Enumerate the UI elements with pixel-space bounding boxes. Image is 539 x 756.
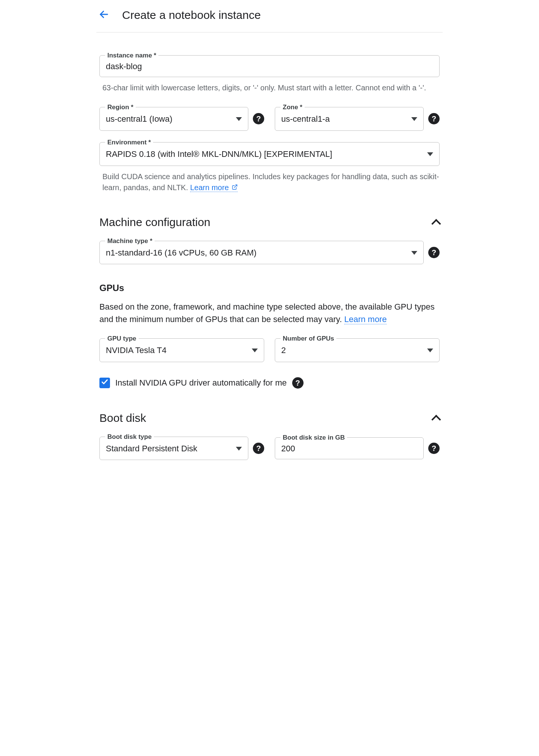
page-title: Create a notebook instance bbox=[122, 7, 261, 23]
machine-configuration-title: Machine configuration bbox=[99, 214, 211, 230]
environment-value: RAPIDS 0.18 (with Intel® MKL-DNN/MKL) [E… bbox=[106, 149, 424, 160]
region-help-icon[interactable]: ? bbox=[253, 113, 264, 124]
boot-disk-title: Boot disk bbox=[99, 410, 146, 426]
num-gpus-field-wrap: Number of GPUs 2 bbox=[275, 338, 440, 362]
chevron-down-icon bbox=[236, 117, 242, 121]
machine-type-value: n1-standard-16 (16 vCPUs, 60 GB RAM) bbox=[106, 247, 408, 259]
zone-value: us-central1-a bbox=[281, 113, 408, 125]
boot-disk-size-input[interactable] bbox=[281, 444, 417, 454]
gpus-title: GPUs bbox=[99, 282, 440, 294]
machine-configuration-header[interactable]: Machine configuration bbox=[99, 214, 440, 230]
install-driver-help-icon[interactable]: ? bbox=[292, 377, 304, 389]
zone-label: Zone * bbox=[280, 103, 305, 112]
boot-disk-type-select[interactable]: Boot disk type Standard Persistent Disk bbox=[99, 437, 248, 460]
boot-disk-size-field[interactable]: Boot disk size in GB bbox=[275, 437, 424, 459]
check-icon bbox=[101, 377, 108, 389]
gpus-description: Based on the zone, framework, and machin… bbox=[99, 301, 440, 325]
page-header: Create a notebook instance bbox=[96, 0, 443, 33]
num-gpus-label: Number of GPUs bbox=[280, 334, 336, 343]
boot-disk-size-field-wrap: Boot disk size in GB ? bbox=[275, 437, 440, 460]
environment-helper-text: Build CUDA science and analytics pipelin… bbox=[102, 172, 439, 192]
instance-name-label: Instance name * bbox=[105, 51, 158, 60]
machine-type-select[interactable]: Machine type * n1-standard-16 (16 vCPUs,… bbox=[99, 241, 424, 265]
svg-line-1 bbox=[234, 185, 237, 187]
boot-disk-type-value: Standard Persistent Disk bbox=[106, 443, 233, 455]
zone-field-wrap: Zone * us-central1-a ? bbox=[275, 107, 440, 131]
boot-disk-type-label: Boot disk type bbox=[105, 432, 154, 442]
instance-name-field-wrap: Instance name * bbox=[99, 55, 440, 77]
back-button[interactable] bbox=[96, 7, 112, 23]
boot-disk-header[interactable]: Boot disk bbox=[99, 410, 440, 426]
install-driver-label: Install NVIDIA GPU driver automatically … bbox=[115, 377, 287, 389]
environment-select[interactable]: Environment * RAPIDS 0.18 (with Intel® M… bbox=[99, 142, 440, 166]
instance-name-helper: 63-char limit with lowercase letters, di… bbox=[102, 82, 440, 93]
chevron-down-icon bbox=[252, 349, 258, 352]
chevron-down-icon bbox=[411, 117, 417, 121]
instance-name-field[interactable]: Instance name * bbox=[99, 55, 440, 77]
environment-label: Environment * bbox=[105, 138, 153, 147]
region-value: us-central1 (Iowa) bbox=[106, 113, 233, 125]
machine-type-help-icon[interactable]: ? bbox=[428, 247, 440, 258]
chevron-down-icon bbox=[427, 152, 433, 156]
gpu-type-label: GPU type bbox=[105, 334, 139, 343]
boot-disk-type-help-icon[interactable]: ? bbox=[253, 443, 264, 454]
machine-type-field-wrap: Machine type * n1-standard-16 (16 vCPUs,… bbox=[99, 241, 440, 265]
chevron-up-icon bbox=[431, 415, 441, 424]
zone-help-icon[interactable]: ? bbox=[428, 113, 440, 124]
external-link-icon bbox=[231, 183, 238, 192]
install-driver-row: Install NVIDIA GPU driver automatically … bbox=[99, 377, 440, 389]
arrow-left-icon bbox=[99, 9, 109, 21]
region-label: Region * bbox=[105, 103, 136, 112]
gpu-type-value: NVIDIA Tesla T4 bbox=[106, 345, 249, 356]
machine-type-label: Machine type * bbox=[105, 237, 155, 246]
region-field-wrap: Region * us-central1 (Iowa) ? bbox=[99, 107, 264, 131]
chevron-down-icon bbox=[427, 349, 433, 352]
instance-name-input[interactable] bbox=[106, 62, 433, 71]
num-gpus-select[interactable]: Number of GPUs 2 bbox=[275, 338, 440, 362]
chevron-down-icon bbox=[236, 447, 242, 451]
chevron-up-icon bbox=[431, 219, 441, 228]
boot-disk-type-field-wrap: Boot disk type Standard Persistent Disk … bbox=[99, 437, 264, 460]
environment-learn-more-link[interactable]: Learn more bbox=[190, 183, 238, 192]
environment-learn-more-text: Learn more bbox=[190, 183, 229, 192]
chevron-down-icon bbox=[411, 251, 417, 255]
region-select[interactable]: Region * us-central1 (Iowa) bbox=[99, 107, 248, 131]
environment-field-wrap: Environment * RAPIDS 0.18 (with Intel® M… bbox=[99, 142, 440, 166]
boot-disk-size-help-icon[interactable]: ? bbox=[428, 443, 440, 454]
install-driver-checkbox[interactable] bbox=[99, 378, 110, 388]
environment-helper: Build CUDA science and analytics pipelin… bbox=[102, 171, 440, 193]
num-gpus-value: 2 bbox=[281, 345, 424, 356]
zone-select[interactable]: Zone * us-central1-a bbox=[275, 107, 424, 131]
boot-disk-size-label: Boot disk size in GB bbox=[280, 433, 347, 442]
gpus-learn-more-link[interactable]: Learn more bbox=[344, 314, 387, 324]
gpu-type-field-wrap: GPU type NVIDIA Tesla T4 bbox=[99, 338, 264, 362]
gpu-type-select[interactable]: GPU type NVIDIA Tesla T4 bbox=[99, 338, 264, 362]
